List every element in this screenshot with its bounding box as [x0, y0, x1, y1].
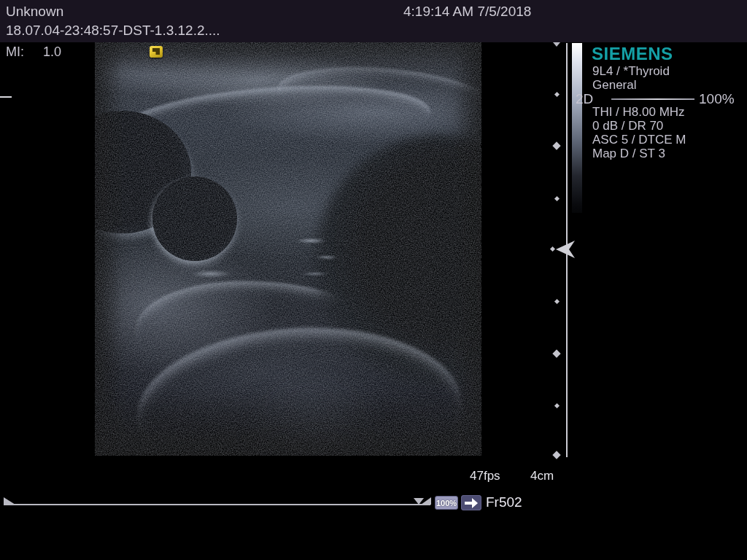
grayscale-map-bar [572, 43, 582, 213]
scale-left-marker-icon [4, 497, 15, 505]
speckle-noise-layer [95, 42, 481, 456]
patient-name: Unknown [6, 4, 63, 20]
datetime: 4:19:14 AM 7/5/2018 [403, 4, 531, 20]
focus-diamond-icon [550, 246, 555, 252]
study-id: 18.07.04-23:48:57-DST-1.3.12.2.... [6, 23, 220, 39]
orientation-glyph [152, 48, 160, 55]
param-thi-frequency: THI / H8.00 MHz [592, 105, 685, 120]
pan-arrow-button[interactable] [461, 495, 481, 510]
transducer-preset: 9L4 / *Thyroid [592, 64, 670, 79]
focus-position-arrow-icon[interactable] [556, 241, 575, 258]
ultrasound-image [95, 42, 481, 456]
scale-end-marker-icon [421, 497, 431, 505]
ruler-tick [554, 196, 560, 201]
left-margin-tick [0, 96, 12, 98]
ruler-tick [552, 451, 560, 459]
param-map-st: Map D / ST 3 [592, 147, 665, 161]
zoom-level-badge[interactable]: 100% [435, 496, 458, 510]
frame-rate-label: 47fps [470, 469, 500, 483]
ruler-tick [554, 92, 560, 97]
gain-value: 100% [699, 91, 735, 107]
width-scale-bar [4, 504, 430, 505]
mi-readout: MI:1.0 [6, 44, 61, 60]
preset-group: General [592, 78, 636, 93]
ruler-tick [554, 403, 560, 408]
arrow-right-head-icon [472, 498, 478, 508]
ruler-tick [552, 141, 560, 149]
probe-orientation-marker-icon [150, 46, 163, 58]
param-db-dynamic-range: 0 dB / DR 70 [592, 119, 663, 133]
ruler-tick [554, 299, 560, 304]
frame-counter: Fr502 [486, 494, 522, 510]
ruler-top-caret-icon [553, 42, 560, 47]
param-asc-dtce: ASC 5 / DTCE M [592, 133, 686, 147]
ultrasound-screen: Unknown 18.07.04-23:48:57-DST-1.3.12.2..… [0, 0, 747, 560]
mi-label: MI: [6, 44, 24, 59]
mi-value: 1.0 [43, 44, 61, 59]
siemens-logo: SIEMENS [592, 44, 673, 64]
ruler-tick [552, 349, 560, 357]
depth-label: 4cm [530, 469, 554, 483]
mode-label: 2D [576, 91, 593, 107]
gain-divider-line [611, 98, 694, 100]
